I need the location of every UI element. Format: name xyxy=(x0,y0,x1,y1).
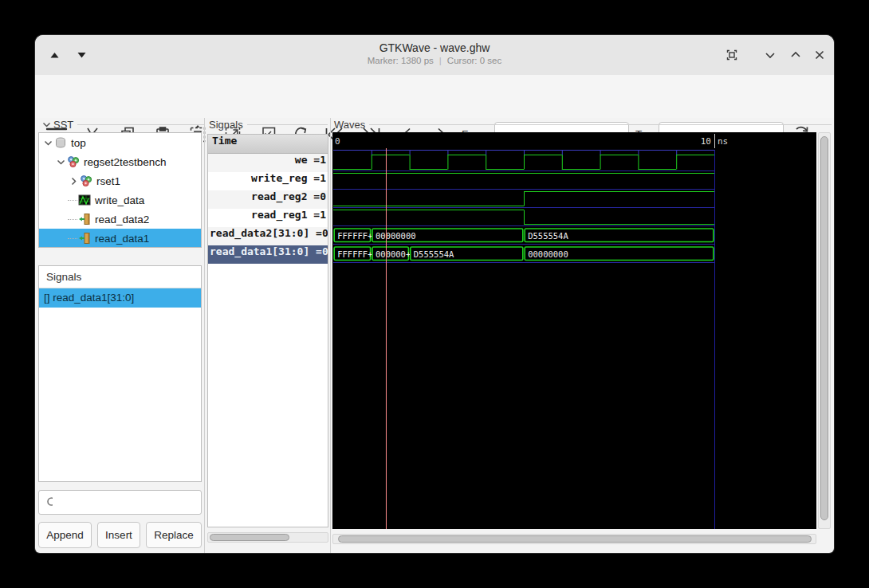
desktop-background: GTKWave - wave.ghw Marker: 1380 ps|Curso… xyxy=(0,0,869,588)
time-column-header[interactable]: Time xyxy=(208,135,328,154)
module-icon xyxy=(67,155,81,168)
svg-text:00000000: 00000000 xyxy=(528,249,568,259)
tree-item-regset2testbench[interactable]: regset2testbench xyxy=(39,152,201,171)
search-input[interactable] xyxy=(57,496,201,509)
frame-line xyxy=(369,124,832,125)
sst-collapse-icon[interactable] xyxy=(41,120,52,130)
waves-vscrollbar[interactable] xyxy=(818,132,831,529)
port-icon xyxy=(78,213,92,225)
waves-vscrollbar-thumb[interactable] xyxy=(820,136,828,520)
matrix-icon xyxy=(78,194,92,206)
signal-row-read_reg1[interactable]: read_reg1 =1 xyxy=(208,209,328,227)
signal-row-we[interactable]: we =1 xyxy=(208,154,328,172)
signal-search-panel[interactable]: Signals [] read_data1[31:0] xyxy=(38,265,202,482)
frame-line xyxy=(77,124,204,125)
signal-row-read_reg2[interactable]: read_reg2 =0 xyxy=(208,190,328,209)
titlebar-text: GTKWave - wave.ghw Marker: 1380 ps|Curso… xyxy=(35,35,834,65)
tree-item-read_data2[interactable]: read_data2 xyxy=(39,210,201,229)
svg-text:FFFFFF+: FFFFFF+ xyxy=(337,231,372,241)
database-icon xyxy=(54,136,68,149)
waves-label: Waves xyxy=(334,119,365,131)
svg-text:D555554A: D555554A xyxy=(414,249,454,259)
tree-item-label: read_data2 xyxy=(95,214,149,225)
svg-text:00000000: 00000000 xyxy=(376,231,416,241)
sst-frame-label: SST xyxy=(41,119,204,131)
roll-up-icon[interactable] xyxy=(786,45,805,65)
tree-item-label: read_data1 xyxy=(95,233,149,245)
chevron-down-icon[interactable] xyxy=(55,156,67,168)
svg-text:ns: ns xyxy=(718,136,728,147)
tree-guide-line xyxy=(68,199,77,201)
pane-splitter-right[interactable] xyxy=(330,118,331,553)
tree-item-top[interactable]: top xyxy=(39,133,201,152)
port-icon xyxy=(78,232,92,245)
waves-frame-label: Waves xyxy=(334,119,832,131)
toolbar: From: To: xyxy=(35,75,834,118)
insert-button[interactable]: Insert xyxy=(97,522,140,548)
search-icon xyxy=(45,496,53,509)
sst-tree-panel[interactable]: topregset2testbenchrset1write_dataread_d… xyxy=(38,132,202,248)
window-title: GTKWave - wave.ghw xyxy=(35,41,834,54)
signal-row-read_data1[31:0][interactable]: read_data1[31:0] =00000000 xyxy=(208,245,328,264)
svg-text:D555554A: D555554A xyxy=(528,231,568,241)
signal-row-write_reg[interactable]: write_reg =1 xyxy=(208,172,328,190)
svg-text:10: 10 xyxy=(701,136,711,147)
marker-status: Marker: 1380 ps xyxy=(368,56,434,65)
window-subtitle: Marker: 1380 ps|Cursor: 0 sec xyxy=(35,56,834,65)
append-button[interactable]: Append xyxy=(38,522,92,548)
signal-list-item[interactable]: [] read_data1[31:0] xyxy=(39,288,201,308)
tree-guide-line xyxy=(68,218,77,220)
tree-item-read_data1[interactable]: read_data1 xyxy=(39,229,201,248)
shade-up-icon[interactable] xyxy=(45,45,64,65)
signal-row-read_data2[31:0][interactable]: read_data2[31:0] =00000000 xyxy=(208,227,328,245)
tree-item-label: write_data xyxy=(95,194,144,206)
signal-search-box[interactable] xyxy=(38,490,202,515)
maximize-icon[interactable] xyxy=(722,45,741,65)
svg-text:0: 0 xyxy=(335,136,340,147)
svg-text:000000+: 000000+ xyxy=(376,249,411,259)
shade-down-icon[interactable] xyxy=(72,45,91,65)
module-icon xyxy=(80,174,93,187)
signals-label: Signals xyxy=(209,119,243,131)
waves-hscrollbar-thumb[interactable] xyxy=(338,535,812,543)
svg-text:FFFFFF+: FFFFFF+ xyxy=(337,249,372,259)
tree-item-label: regset2testbench xyxy=(84,156,167,168)
chevron-right-icon[interactable] xyxy=(68,175,80,187)
roll-down-icon[interactable] xyxy=(761,45,780,65)
titlebar[interactable]: GTKWave - wave.ghw Marker: 1380 ps|Curso… xyxy=(35,35,834,76)
signal-list-header: Signals xyxy=(39,266,201,288)
cursor-status: Cursor: 0 sec xyxy=(447,56,501,65)
gtkwave-window: GTKWave - wave.ghw Marker: 1380 ps|Curso… xyxy=(35,35,834,553)
replace-button[interactable]: Replace xyxy=(146,522,202,548)
frame-line xyxy=(247,124,328,125)
tree-item-write_data[interactable]: write_data xyxy=(39,190,201,210)
signals-frame-label: Signals xyxy=(209,119,328,131)
sst-label: SST xyxy=(53,119,73,131)
pane-splitter-left[interactable] xyxy=(204,118,205,553)
signals-hscrollbar[interactable] xyxy=(207,532,328,543)
signal-name-table[interactable]: Time we =1write_reg =1read_reg2 =0read_r… xyxy=(207,134,328,527)
close-icon[interactable] xyxy=(810,45,829,65)
chevron-down-icon[interactable] xyxy=(42,137,54,149)
subtitle-separator: | xyxy=(434,56,447,65)
wave-canvas[interactable]: 010nsFFFFFF+00000000D555554AFFFFFF+00000… xyxy=(332,132,816,529)
tree-item-label: top xyxy=(71,137,86,149)
tree-item-label: rset1 xyxy=(96,175,120,187)
signals-hscrollbar-thumb[interactable] xyxy=(210,534,289,541)
tree-guide-line xyxy=(68,237,77,239)
waves-hscrollbar[interactable] xyxy=(332,534,816,544)
tree-item-rset1[interactable]: rset1 xyxy=(39,171,201,190)
